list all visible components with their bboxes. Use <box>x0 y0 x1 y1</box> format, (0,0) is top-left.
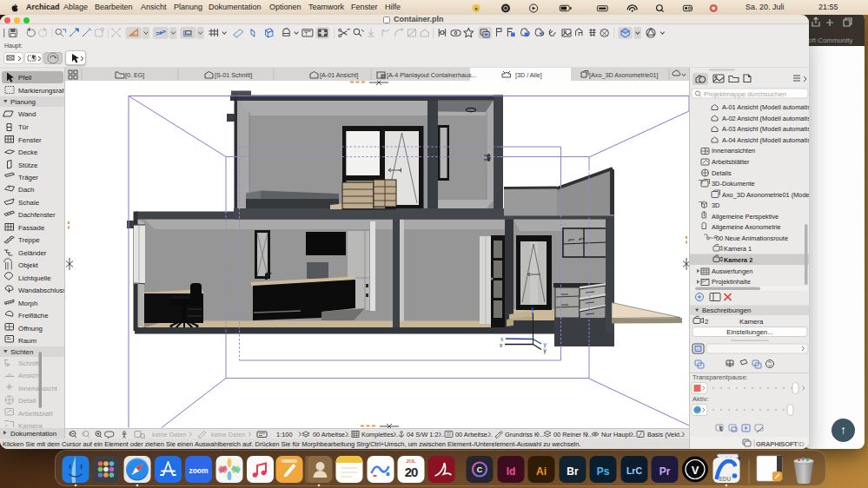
svg-text:Fenster: Fenster <box>18 136 42 144</box>
svg-text:Wandabschluss: Wandabschluss <box>18 287 65 294</box>
svg-text:Arbeitsblätter: Arbeitsblätter <box>712 158 750 166</box>
svg-text:A-03 Ansicht (Modell automatis: A-03 Ansicht (Modell automatisch <box>722 125 809 133</box>
svg-text:x: x <box>500 342 503 348</box>
svg-text:Auswertungen: Auswertungen <box>712 267 752 275</box>
svg-text:Innenansichten: Innenansichten <box>712 147 755 155</box>
svg-text:Innenansicht: Innenansicht <box>18 385 58 392</box>
svg-text:Planung: Planung <box>10 98 36 106</box>
svg-text:Basis (Vekt...: Basis (Vekt... <box>647 431 685 439</box>
svg-text:Grundriss K...: Grundriss K... <box>505 431 544 439</box>
svg-text:●: ● <box>474 5 478 11</box>
svg-text:[S-01 Schnitt]: [S-01 Schnitt] <box>215 71 252 79</box>
svg-text:Dach: Dach <box>18 186 34 194</box>
svg-text:V: V <box>692 464 699 477</box>
svg-text:keine Daten: keine Daten <box>152 431 186 439</box>
svg-text:Br: Br <box>567 465 579 478</box>
svg-text:Kamera: Kamera <box>739 318 764 326</box>
svg-text:Pfeil: Pfeil <box>18 74 32 82</box>
svg-text:Pr: Pr <box>659 465 671 478</box>
svg-text:Decke: Decke <box>18 148 38 156</box>
svg-text:T: T <box>305 31 308 36</box>
svg-text:Aktiv:: Aktiv: <box>692 395 709 403</box>
svg-text:Einstellungen...: Einstellungen... <box>726 328 772 336</box>
svg-text:Kamera 2: Kamera 2 <box>724 256 752 264</box>
svg-text:[A-01 Ansicht]: [A-01 Ansicht] <box>320 71 358 79</box>
svg-text:A-02 Ansicht (Modell automatis: A-02 Ansicht (Modell automatisch <box>722 115 809 122</box>
svg-text:A-04 Ansicht (Modell automatis: A-04 Ansicht (Modell automatisch <box>722 136 809 144</box>
svg-text:Allgemeine Axonometrie: Allgemeine Axonometrie <box>712 223 781 231</box>
svg-text:Kamera 1: Kamera 1 <box>724 245 752 253</box>
svg-text:Axo_3D Axonometrie01 (Modell a: Axo_3D Axonometrie01 (Modell au <box>722 191 809 199</box>
svg-text:00 Neue Animationsroute: 00 Neue Animationsroute <box>716 234 788 242</box>
svg-text:2: 2 <box>705 318 708 326</box>
svg-text:Ansicht: Ansicht <box>18 372 42 379</box>
svg-text:Lichtquelle: Lichtquelle <box>18 274 51 282</box>
svg-text:A-01 Ansicht (Modell automatis: A-01 Ansicht (Modell automatisch <box>722 103 809 111</box>
svg-text:Markierungsrah...: Markierungsrah... <box>18 87 65 95</box>
svg-text:Geländer: Geländer <box>18 249 47 257</box>
svg-text:Tür: Tür <box>18 123 29 131</box>
svg-text:JUL: JUL <box>406 458 416 464</box>
svg-text:3D-Dokumente: 3D-Dokumente <box>712 180 755 188</box>
svg-text:Träger: Träger <box>18 174 38 181</box>
svg-text:Fassade: Fassade <box>18 224 45 232</box>
svg-text:00 Reiner N...: 00 Reiner N... <box>553 431 593 439</box>
svg-text:EDU: EDU <box>719 476 732 482</box>
svg-text:x: x <box>500 336 504 342</box>
svg-text:00 Arbeitse...: 00 Arbeitse... <box>455 431 493 439</box>
svg-text:Ps: Ps <box>597 465 610 478</box>
svg-text:Raum: Raum <box>18 337 36 345</box>
svg-text:Komplettes...: Komplettes... <box>361 431 399 439</box>
svg-text:Dokumentation: Dokumentation <box>10 430 56 438</box>
svg-text:keine Daten: keine Daten <box>211 431 245 439</box>
svg-text:Projektmappe durchsuchen: Projektmappe durchsuchen <box>704 90 786 98</box>
svg-text:20: 20 <box>405 465 418 479</box>
svg-text:04 S/W 1:2...: 04 S/W 1:2... <box>407 431 444 439</box>
svg-text:Morph: Morph <box>18 300 37 307</box>
svg-text:Projektinhalte: Projektinhalte <box>712 278 751 286</box>
svg-text:Id: Id <box>507 465 516 478</box>
svg-text:Schale: Schale <box>18 199 40 207</box>
svg-text:Treppe: Treppe <box>18 236 40 244</box>
svg-text:[0. EG]: [0. EG] <box>125 71 144 79</box>
svg-text:Beschreibungen: Beschreibungen <box>702 307 751 314</box>
svg-text:1:100: 1:100 <box>276 431 293 439</box>
svg-text:[3D / Alle]: [3D / Alle] <box>515 71 542 79</box>
svg-text:3D: 3D <box>712 201 719 209</box>
svg-text:GRAPHISOFT: GRAPHISOFT <box>756 440 798 448</box>
svg-text:Schnitt: Schnitt <box>18 359 40 367</box>
svg-text:00 Arbeitse...: 00 Arbeitse... <box>313 431 350 439</box>
svg-text:[Axo_3D Axonometrie01]: [Axo_3D Axonometrie01] <box>589 71 659 79</box>
svg-text:Details: Details <box>712 169 732 177</box>
svg-text:Sichten: Sichten <box>10 348 33 356</box>
svg-text:y: y <box>544 347 547 354</box>
svg-text:Dachfenster: Dachfenster <box>18 211 56 219</box>
svg-text:Detail: Detail <box>18 397 36 405</box>
svg-text:x: x <box>531 306 534 312</box>
svg-text:Arbeitsblatt: Arbeitsblatt <box>18 410 53 418</box>
svg-text:C: C <box>477 465 483 474</box>
svg-text:ID: ID <box>798 440 805 448</box>
svg-text:zoom: zoom <box>189 466 209 475</box>
svg-text:Öffnung: Öffnung <box>18 325 43 333</box>
svg-text:[A-4 Planlayout Containerhaus.: [A-4 Planlayout Containerhaus... <box>387 71 476 79</box>
svg-text:Freifläche: Freifläche <box>18 312 49 320</box>
svg-text:Transparentpause:: Transparentpause: <box>692 373 747 381</box>
svg-text:Wand: Wand <box>18 110 36 118</box>
svg-text:Nur Haupt...: Nur Haupt... <box>601 431 636 439</box>
svg-text:Allgemeine Perspektive: Allgemeine Perspektive <box>712 213 779 221</box>
svg-text:Objekt: Objekt <box>18 261 39 269</box>
svg-text:LrC: LrC <box>626 465 643 476</box>
svg-text:Ai: Ai <box>536 465 547 478</box>
svg-text:Stütze: Stütze <box>18 162 38 169</box>
